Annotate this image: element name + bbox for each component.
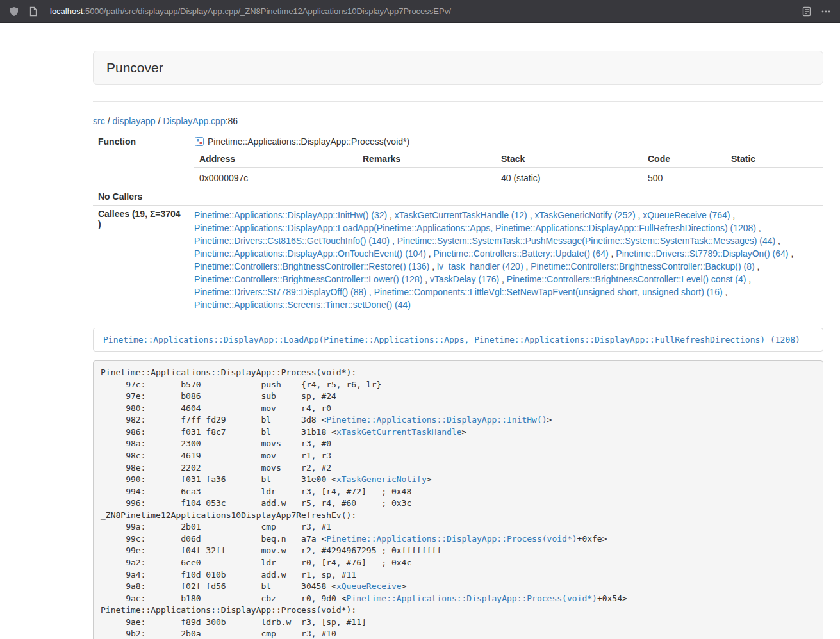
callee-link[interactable]: xTaskGenericNotify (252) [534, 210, 635, 220]
breadcrumb-line-number: :86 [226, 116, 238, 126]
callee-link[interactable]: Pinetime::Applications::DisplayApp::Init… [194, 210, 387, 220]
cell-address: 0x0000097c [194, 168, 358, 188]
asm-symbol-link[interactable]: xQueueReceive [336, 581, 402, 591]
breadcrumb-link-displayapp[interactable]: displayapp [113, 116, 156, 126]
function-table: Function Pinetime::Applications::Display… [93, 133, 823, 314]
callee-link[interactable]: Pinetime::Drivers::St7789::DisplayOff() … [194, 287, 366, 297]
breadcrumb-separator: / [158, 116, 161, 126]
breadcrumb-link-file[interactable]: DisplayApp.cpp [163, 116, 225, 126]
asm-symbol-link[interactable]: Pinetime::Applications::DisplayApp::Proc… [326, 534, 577, 544]
page-title: Puncover [106, 60, 810, 75]
callee-link[interactable]: xQueueReceive (764) [643, 210, 730, 220]
column-remarks: Remarks [358, 150, 496, 168]
cell-static [726, 168, 823, 188]
callee-link[interactable]: Pinetime::Applications::Screens::Timer::… [194, 300, 411, 310]
callees-list: Pinetime::Applications::DisplayApp::Init… [189, 206, 823, 315]
url-path: :5000/path/src/displayapp/DisplayApp.cpp… [83, 6, 451, 16]
callee-link[interactable]: vTaskDelay (176) [430, 274, 499, 284]
asm-symbol-link[interactable]: Pinetime::Applications::DisplayApp::Init… [326, 415, 547, 425]
function-row-label: Function [93, 133, 189, 150]
callees-label: Callees (19, Σ=3704 ) [93, 206, 189, 315]
breadcrumb-separator: / [108, 116, 110, 126]
disassembly: Pinetime::Applications::DisplayApp::Proc… [93, 360, 823, 639]
stats-header-row: Address Remarks Stack Code Static [194, 150, 823, 168]
column-stack: Stack [496, 150, 643, 168]
asm-symbol-link[interactable]: Pinetime::Applications::DisplayApp::Proc… [347, 594, 597, 603]
callee-link[interactable]: Pinetime::Controllers::BrightnessControl… [531, 261, 754, 271]
breadcrumb-link-src[interactable]: src [93, 116, 105, 126]
callee-link[interactable]: Pinetime::Applications::DisplayApp::Load… [194, 223, 756, 233]
column-address: Address [194, 150, 358, 168]
function-stats-row: Address Remarks Stack Code Static 0x0000… [93, 150, 823, 188]
callee-link[interactable]: Pinetime::Drivers::Cst816S::GetTouchInfo… [194, 236, 390, 246]
highlighted-callee-link[interactable]: Pinetime::Applications::DisplayApp::Load… [103, 335, 800, 344]
no-callers-label: No Callers [93, 188, 189, 206]
shield-icon[interactable] [8, 5, 21, 18]
function-stats-table: Address Remarks Stack Code Static 0x0000… [194, 150, 823, 188]
asm-symbol-link[interactable]: xTaskGenericNotify [336, 474, 427, 484]
jumbotron: Puncover [93, 51, 823, 85]
callee-link[interactable]: Pinetime::System::SystemTask::PushMessag… [397, 236, 776, 246]
callee-link[interactable]: lv_task_handler (420) [437, 261, 523, 271]
highlighted-callee-box: Pinetime::Applications::DisplayApp::Load… [93, 328, 823, 352]
no-callers-row: No Callers [93, 188, 823, 206]
asm-symbol-link[interactable]: xTaskGetCurrentTaskHandle [336, 427, 462, 437]
page-content: Puncover src/displayapp/DisplayApp.cpp:8… [93, 51, 823, 639]
callee-link[interactable]: Pinetime::Components::LittleVgl::SetNewT… [374, 287, 723, 297]
page-info-icon[interactable] [27, 5, 40, 18]
url-bar[interactable]: localhost:5000/path/src/displayapp/Displ… [50, 6, 794, 16]
overflow-menu-icon[interactable] [819, 5, 832, 18]
function-row: Function Pinetime::Applications::Display… [93, 133, 823, 150]
callee-link[interactable]: xTaskGetCurrentTaskHandle (12) [395, 210, 527, 220]
column-static: Static [726, 150, 823, 168]
column-code: Code [643, 150, 726, 168]
reader-view-icon[interactable] [800, 5, 813, 18]
callee-link[interactable]: Pinetime::Controllers::BrightnessControl… [194, 274, 422, 284]
callee-link[interactable]: Pinetime::Controllers::BrightnessControl… [507, 274, 746, 284]
url-host: localhost [50, 6, 83, 16]
browser-toolbar: localhost:5000/path/src/displayapp/Displ… [0, 0, 840, 23]
cell-remarks [358, 168, 496, 188]
callee-link[interactable]: Pinetime::Drivers::St7789::DisplayOn() (… [616, 248, 788, 259]
callee-link[interactable]: Pinetime::Applications::DisplayApp::OnTo… [194, 248, 426, 259]
callee-link[interactable]: Pinetime::Controllers::BrightnessControl… [194, 261, 429, 271]
cell-code: 500 [643, 168, 726, 188]
callee-link[interactable]: Pinetime::Controllers::Battery::Update()… [434, 248, 609, 259]
breadcrumb: src/displayapp/DisplayApp.cpp:86 [93, 116, 823, 126]
function-symbol-icon [194, 136, 204, 147]
callees-row: Callees (19, Σ=3704 ) Pinetime::Applicat… [93, 206, 823, 315]
stats-value-row: 0x0000097c 40 (static) 500 [194, 168, 823, 188]
function-name: Pinetime::Applications::DisplayApp::Proc… [208, 136, 409, 147]
divider [93, 101, 823, 102]
cell-stack: 40 (static) [496, 168, 643, 188]
